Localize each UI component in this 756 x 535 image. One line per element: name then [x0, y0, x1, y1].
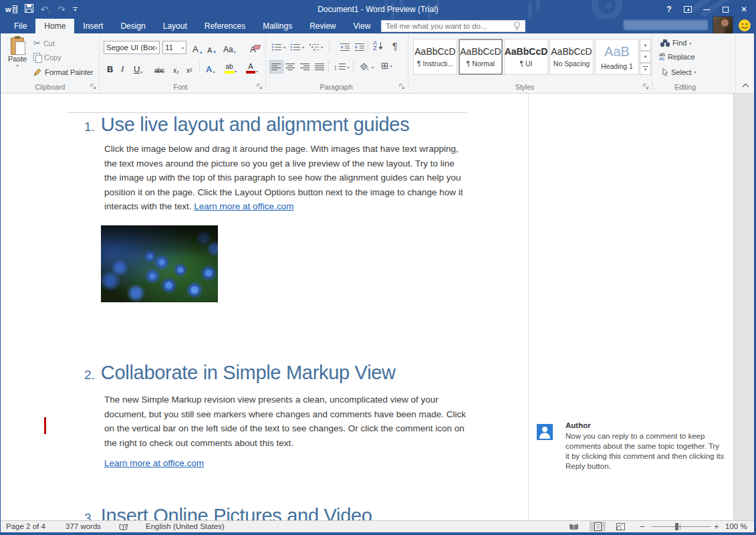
font-color-dropdown-arrow: ▾: [256, 69, 258, 74]
style-card-no-spacing[interactable]: AaBbCcD No Spacing: [549, 39, 594, 75]
bullets-button[interactable]: ▾: [270, 40, 287, 54]
text-highlight-button[interactable]: ab▾: [223, 60, 238, 74]
style-card-ui[interactable]: AaBbCcD ¶ UI: [504, 39, 548, 75]
font-size-combo[interactable]: 11▾: [162, 41, 186, 54]
align-left-button[interactable]: [269, 60, 283, 74]
copy-button[interactable]: Copy: [33, 53, 61, 62]
line-spacing-button[interactable]: ↕ ▾: [332, 60, 351, 74]
group-separator: [265, 35, 266, 91]
help-button[interactable]: ?: [660, 0, 678, 19]
style-card-heading1[interactable]: AaB Heading 1: [595, 39, 639, 75]
tab-review[interactable]: Review: [301, 19, 344, 33]
zoom-slider-thumb[interactable]: [675, 523, 678, 530]
zoom-out-button[interactable]: −: [640, 522, 645, 532]
align-center-button[interactable]: [284, 60, 297, 74]
strikethrough-button[interactable]: abc: [153, 61, 166, 74]
font-color-button[interactable]: A▾: [245, 60, 259, 74]
window-left-border: [0, 19, 1, 535]
tab-references[interactable]: References: [196, 19, 254, 33]
underline-button[interactable]: U▾: [132, 61, 144, 74]
styles-more-button[interactable]: ▾: [640, 63, 651, 75]
superscript-button[interactable]: x²: [185, 61, 193, 74]
align-right-button[interactable]: [299, 60, 311, 74]
format-painter-button[interactable]: Format Painter: [33, 68, 94, 76]
scissors-icon: ✂: [33, 38, 41, 48]
clear-formatting-button[interactable]: A: [249, 41, 257, 54]
zoom-in-button[interactable]: +: [714, 522, 719, 532]
tab-layout[interactable]: Layout: [154, 19, 196, 33]
group-separator: [652, 35, 652, 91]
tab-insert[interactable]: Insert: [74, 19, 112, 33]
window-bottom-border: [0, 532, 756, 535]
show-hide-pilcrow-button[interactable]: ¶: [391, 39, 399, 53]
decrease-indent-button[interactable]: [338, 40, 352, 54]
document-canvas[interactable]: 1. Use live layout and alignment guides …: [0, 94, 528, 520]
window-controls: ? ✕: [660, 0, 753, 19]
style-card-normal[interactable]: AaBbCcD ¶ Normal: [459, 39, 503, 75]
numbering-button[interactable]: ▾: [289, 40, 305, 54]
office-link-2[interactable]: Learn more at office.com: [104, 458, 204, 468]
cut-button[interactable]: ✂ Cut: [33, 38, 55, 48]
tab-view[interactable]: View: [345, 19, 380, 33]
heading-2[interactable]: 2. Collaborate in Simple Markup View: [84, 362, 396, 384]
borders-dropdown-arrow: ▾: [390, 64, 392, 68]
chevron-up-icon: [742, 83, 749, 88]
user-avatar[interactable]: [713, 16, 733, 35]
collapse-ribbon-button[interactable]: [742, 82, 749, 89]
print-layout-button[interactable]: [590, 522, 606, 532]
paragraph-2[interactable]: The new Simple Markup revision view pres…: [104, 393, 469, 450]
zoom-level[interactable]: 100 %: [725, 522, 747, 530]
clipboard-dialog-launcher[interactable]: [90, 84, 97, 90]
heading-3[interactable]: 3. Insert Online Pictures and Video: [84, 505, 372, 520]
tab-file[interactable]: File: [5, 19, 35, 33]
paragraph-1[interactable]: Click the image below and drag it around…: [104, 142, 469, 214]
zoom-slider-track[interactable]: [652, 526, 711, 527]
editing-group-label: Editing: [658, 83, 712, 91]
paragraph-dialog-launcher[interactable]: [399, 84, 406, 90]
vertical-scrollbar[interactable]: [733, 94, 754, 520]
paste-button[interactable]: Paste ▾: [4, 36, 31, 86]
office-link-1[interactable]: Learn more at office.com: [194, 201, 293, 211]
styles-dialog-launcher[interactable]: [643, 84, 650, 90]
word-count[interactable]: 377 words: [66, 522, 101, 530]
flowers-image[interactable]: [101, 225, 218, 302]
revision-change-bar[interactable]: [44, 417, 46, 434]
heading-1[interactable]: 1. Use live layout and alignment guides: [84, 114, 409, 136]
web-layout-button[interactable]: [612, 522, 628, 532]
feedback-smiley-button[interactable]: [738, 19, 751, 32]
proofing-status-button[interactable]: [119, 523, 128, 532]
select-button[interactable]: Select ▾: [662, 68, 697, 76]
find-button[interactable]: Find ▾: [660, 39, 691, 47]
increase-indent-button[interactable]: [353, 40, 366, 54]
tab-design[interactable]: Design: [112, 19, 154, 33]
language-indicator[interactable]: English (United States): [146, 522, 225, 530]
text-effects-button[interactable]: A▾: [205, 61, 216, 74]
tell-me-input[interactable]: [386, 22, 509, 30]
page-indicator[interactable]: Page 2 of 4: [6, 522, 45, 530]
close-button[interactable]: ✕: [735, 0, 753, 19]
shrink-font-button[interactable]: A▼: [206, 41, 218, 54]
grow-font-button[interactable]: A▲: [191, 41, 205, 54]
tell-me-box[interactable]: [381, 20, 525, 32]
heading-number: 2.: [84, 368, 95, 383]
style-card-instructions[interactable]: AaBbCcD ¶ Instructi...: [413, 39, 457, 75]
shading-button[interactable]: ▾: [358, 60, 375, 74]
ribbon-display-options-button[interactable]: [678, 0, 697, 19]
paste-dropdown-arrow[interactable]: ▾: [16, 63, 18, 68]
change-case-button[interactable]: Aa▾: [222, 41, 237, 54]
font-dialog-launcher[interactable]: [257, 84, 263, 90]
multilevel-list-button[interactable]: ▾: [307, 40, 324, 54]
italic-button[interactable]: I: [120, 61, 125, 74]
tab-mailings[interactable]: Mailings: [254, 19, 301, 33]
borders-button[interactable]: ⊞ ▾: [380, 59, 394, 72]
sort-button[interactable]: A Z: [372, 39, 384, 52]
styles-scroll-up-button[interactable]: ▴: [640, 39, 651, 51]
replace-button[interactable]: abac Replace: [659, 53, 695, 61]
styles-scroll-down-button[interactable]: ▾: [640, 51, 651, 63]
font-name-combo[interactable]: Segoe UI (Bod▾: [104, 41, 160, 54]
bold-button[interactable]: B: [106, 61, 114, 74]
subscript-button[interactable]: x₂: [172, 61, 180, 74]
read-mode-button[interactable]: [565, 522, 582, 532]
tab-home[interactable]: Home: [35, 19, 74, 33]
justify-button[interactable]: [313, 60, 326, 74]
